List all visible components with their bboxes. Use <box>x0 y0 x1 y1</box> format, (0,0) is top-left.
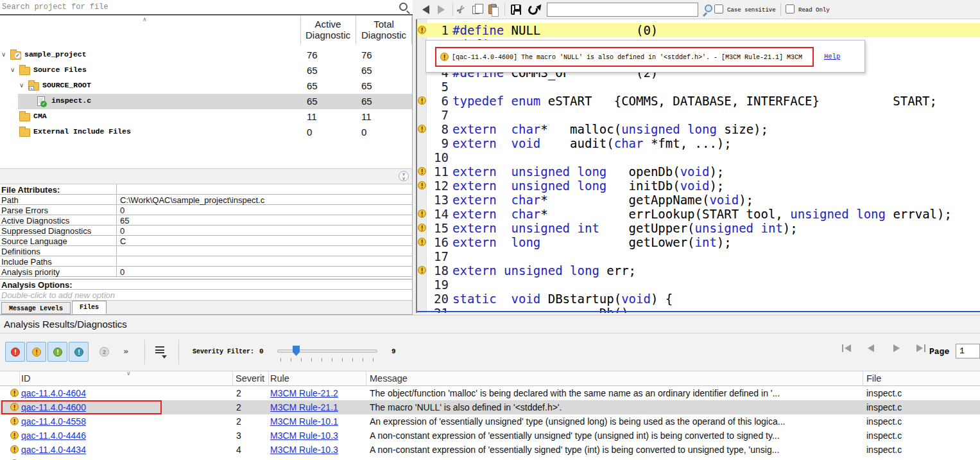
header-rule[interactable]: Rule <box>270 373 289 384</box>
code-line-17[interactable]: 17 <box>417 249 980 263</box>
prev-page-icon[interactable] <box>868 344 874 352</box>
copy-icon[interactable] <box>472 6 479 14</box>
header-severity[interactable]: Severit <box>236 373 264 384</box>
warning-icon[interactable]: ! <box>418 238 426 246</box>
result-row-qac-11.4.0-4416[interactable]: !qac-11.4.0-44162M3CM Rule-10.4Operand o… <box>0 457 980 460</box>
tree-item-sample-project[interactable]: ∨✓sample_project7676 <box>0 48 412 63</box>
menu-icon[interactable] <box>155 346 164 353</box>
page-input[interactable] <box>956 344 980 358</box>
code-line-16[interactable]: !16extern long getLower(int); <box>417 235 980 249</box>
divider <box>232 371 233 386</box>
warning-icon[interactable]: ! <box>418 26 426 34</box>
editor-search-icon[interactable] <box>705 4 712 12</box>
tree-item-inspect-c[interactable]: ✓inspect.c6565 <box>0 94 412 109</box>
last-page-icon[interactable] <box>924 344 925 352</box>
editor-search-input[interactable] <box>547 3 698 17</box>
code-line-13[interactable]: 13extern char* getAppName(void); <box>417 193 980 207</box>
code-line-6[interactable]: !6typedef enum eSTART {COMMS, DATABASE, … <box>417 94 980 108</box>
severity-slider-track[interactable] <box>277 349 377 353</box>
column-header-total-diagnostic[interactable]: TotalDiagnostic <box>356 19 411 40</box>
first-page-icon[interactable] <box>842 344 843 352</box>
cut-icon[interactable]: ✄ <box>454 3 468 16</box>
code-text: #define NULL (0) <box>452 23 658 37</box>
project-search-input[interactable] <box>0 0 397 14</box>
analysis-options-placeholder[interactable]: Double-click to add new option <box>1 290 115 300</box>
result-row-qac-11.4.0-4604[interactable]: !qac-11.4.0-46042M3CM Rule-21.2The objec… <box>0 386 980 400</box>
warning-icon[interactable]: ! <box>418 167 426 175</box>
sort-indicator-icon[interactable]: ∨ <box>126 370 131 376</box>
tree-item-label: sample_project <box>24 50 87 58</box>
rule-link[interactable]: M3CM Rule-21.2 <box>270 388 338 398</box>
warning-icon[interactable]: ! <box>418 125 426 133</box>
warning-icon[interactable]: ! <box>418 181 426 190</box>
tab-message-levels[interactable]: Message Levels <box>1 302 71 314</box>
code-line-9[interactable]: 9extern void audit(char *fmt, ...); <box>417 136 980 150</box>
tab-files[interactable]: Files <box>72 301 107 314</box>
header-message[interactable]: Message <box>370 373 408 384</box>
read-only-label: Read Only <box>798 7 830 13</box>
warning-icon[interactable]: ! <box>418 266 426 274</box>
severity-slider-handle[interactable] <box>293 346 300 356</box>
code-line-8[interactable]: !8extern char* malloc(unsigned long size… <box>417 122 980 136</box>
collapse-panel-icon[interactable]: ∨∨ <box>399 171 409 181</box>
code-line-14[interactable]: !14extern char* errLookup(START tool, un… <box>417 207 980 221</box>
last-page-icon[interactable] <box>916 344 923 352</box>
scroll-up-icon[interactable]: ∧ <box>142 16 147 22</box>
rule-link[interactable]: M3CM Rule-10.1 <box>270 416 338 427</box>
code-line-1[interactable]: !1#define NULL (0) <box>417 23 980 37</box>
expand-arrow-icon[interactable]: ∨ <box>1 51 6 58</box>
more-filters-icon[interactable]: » <box>123 346 128 356</box>
code-line-18[interactable]: !18extern unsigned long err; <box>417 263 980 278</box>
filter-info-button[interactable]: ! <box>47 342 67 362</box>
next-page-icon[interactable] <box>893 344 900 352</box>
diagnostic-id-link[interactable]: qac-11.4.0-4604 <box>21 388 86 398</box>
diagnostic-id-link[interactable]: qac-11.4.0-4558 <box>21 416 86 427</box>
code-line-11[interactable]: !11extern unsigned long openDb(void); <box>417 164 980 179</box>
code-line-5[interactable]: 5 <box>417 80 980 94</box>
forward-icon[interactable] <box>438 5 445 14</box>
tree-item-source-files[interactable]: ∨Source Files6565 <box>0 63 412 78</box>
line-number: 13 <box>427 193 449 207</box>
result-row-qac-11.4.0-4558[interactable]: !qac-11.4.0-45582M3CM Rule-10.1An expres… <box>0 414 980 429</box>
code-line-12[interactable]: !12extern unsigned long initDb(void); <box>417 179 980 193</box>
code-line-19[interactable]: 19 <box>417 278 980 292</box>
filter-warning-button[interactable]: ! <box>26 342 46 362</box>
expand-arrow-icon[interactable]: ∨ <box>10 66 15 73</box>
tree-item-cma[interactable]: CMA1111 <box>0 109 412 125</box>
back-icon[interactable] <box>422 5 429 14</box>
filter-error-button[interactable]: ! <box>5 342 25 362</box>
filter-level2-icon[interactable]: 2 <box>99 347 109 357</box>
line-number: 19 <box>427 278 449 292</box>
paste-icon[interactable] <box>488 4 497 14</box>
rule-link[interactable]: M3CM Rule-10.3 <box>270 430 338 441</box>
save-icon[interactable] <box>511 4 521 15</box>
diagnostic-id-link[interactable]: qac-11.4.0-4446 <box>21 430 86 441</box>
warning-icon[interactable]: ! <box>418 224 426 232</box>
diagnostic-id-link[interactable]: qac-11.4.0-4434 <box>21 445 86 455</box>
code-line-15[interactable]: !15extern unsigned int getUpper(unsigned… <box>417 221 980 235</box>
header-file[interactable]: File <box>866 373 881 384</box>
read-only-checkbox[interactable] <box>786 4 795 13</box>
result-row-qac-11.4.0-4446[interactable]: !qac-11.4.0-44463M3CM Rule-10.3A non-con… <box>0 429 980 443</box>
result-row-qac-11.4.0-4600[interactable]: !qac-11.4.0-46002M3CM Rule-21.1The macro… <box>0 400 980 414</box>
warning-icon[interactable]: ! <box>418 209 426 218</box>
filter-note-button[interactable]: ! <box>69 342 89 362</box>
column-header-active-diagnostic[interactable]: ActiveDiagnostic <box>300 19 356 40</box>
refresh-icon[interactable] <box>527 4 539 16</box>
severity-value: 4 <box>236 445 241 455</box>
warning-icon[interactable]: ! <box>418 96 426 105</box>
first-page-icon[interactable] <box>845 344 851 352</box>
result-row-qac-11.4.0-4434[interactable]: !qac-11.4.0-44344M3CM Rule-10.3A non-con… <box>0 443 980 457</box>
attribute-label: Analysis priority <box>1 267 60 277</box>
case-sensitive-checkbox[interactable] <box>714 4 723 13</box>
tree-item-source-root[interactable]: ∨↳SOURCE_ROOT6565 <box>0 78 412 94</box>
code-line-7[interactable]: 7 <box>417 108 980 122</box>
help-link[interactable]: Help <box>824 53 840 60</box>
expand-arrow-icon[interactable]: ∨ <box>19 82 24 89</box>
code-line-10[interactable]: 10 <box>417 150 980 164</box>
header-id[interactable]: ID <box>21 373 31 384</box>
code-line-20[interactable]: 20static void DBstartup(void) { <box>417 292 980 306</box>
rule-link[interactable]: M3CM Rule-21.1 <box>270 402 338 412</box>
rule-link[interactable]: M3CM Rule-10.3 <box>270 445 338 455</box>
tree-item-external-include-files[interactable]: External Include Files00 <box>0 125 412 140</box>
